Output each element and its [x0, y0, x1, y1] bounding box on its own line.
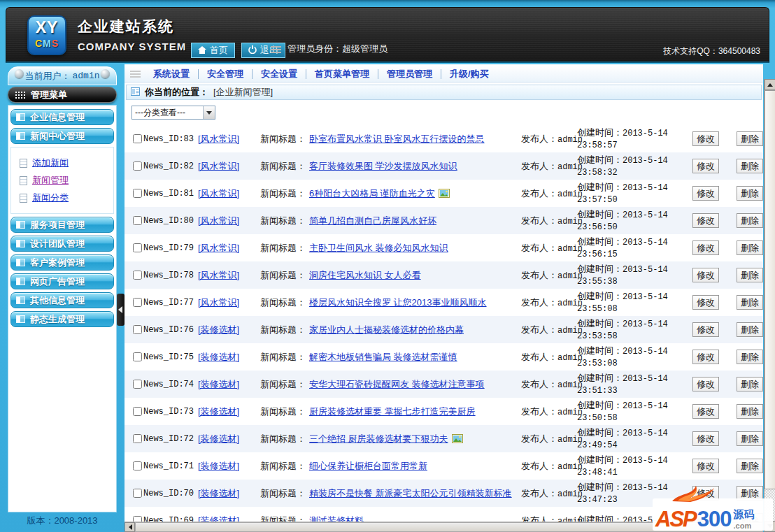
edit-button[interactable]: 修改 — [692, 377, 719, 391]
sidebar-item-services[interactable]: 服务项目管理 — [10, 217, 114, 233]
news-title-link[interactable]: 厨房装修选材重要 掌握七步打造完美厨房 — [309, 405, 476, 418]
news-title-link[interactable]: 卧室布置风水常识 卧室风水五行摆设的禁忌 — [309, 133, 485, 145]
delete-button[interactable]: 删除 — [737, 350, 763, 364]
created-cell: 创建时间：2013-5-14 23:53:08 — [577, 345, 692, 369]
delete-button[interactable]: 删除 — [737, 240, 763, 255]
row-checkbox[interactable] — [133, 434, 142, 443]
delete-button[interactable]: 删除 — [737, 268, 763, 282]
sidebar-item-customer-cases[interactable]: 客户案例管理 — [10, 254, 114, 271]
scroll-left-button[interactable] — [125, 522, 135, 532]
delete-button[interactable]: 删除 — [737, 186, 763, 201]
sidebar-item-design-team[interactable]: 设计团队管理 — [10, 236, 114, 252]
edit-button[interactable]: 修改 — [692, 322, 719, 337]
news-title-link[interactable]: 精装房不是快餐 新派豪宅太阳公元引领精装新标准 — [309, 487, 512, 500]
category-link[interactable]: [风水常识] — [198, 270, 239, 280]
category-link[interactable]: [装修选材] — [198, 433, 239, 444]
topmenu-security-settings[interactable]: 安全设置 — [253, 69, 306, 79]
category-link[interactable]: [装修选材] — [198, 352, 239, 362]
title-cell: 新闻标题： 解密木地板销售骗局 装修选材需谨慎 — [260, 351, 521, 364]
news-submenu: 添加新闻 新闻管理 新闻分类 — [10, 147, 114, 214]
window-icon — [16, 132, 25, 140]
row-checkbox[interactable] — [133, 352, 142, 361]
vertical-scrollbar-thumb[interactable] — [765, 90, 775, 489]
pin-icon — [15, 69, 24, 78]
row-checkbox[interactable] — [133, 461, 142, 470]
sidebar-item-web-ads[interactable]: 网页广告管理 — [10, 273, 114, 289]
publisher-cell: 发布人：admin — [521, 296, 577, 309]
news-title-link[interactable]: 三个绝招 厨房装修选材要下狠功夫 — [309, 433, 448, 445]
sidebar-item-static-generation[interactable]: 静态生成管理 — [10, 311, 114, 327]
news-title-link[interactable]: 楼层风水知识全搜罗 让您2013事业顺风顺水 — [309, 296, 487, 309]
created-time: 23:56:50 — [577, 222, 618, 232]
delete-button[interactable]: 删除 — [737, 159, 763, 173]
row-checkbox[interactable] — [133, 216, 142, 225]
edit-button[interactable]: 修改 — [692, 131, 719, 146]
row-checkbox[interactable] — [133, 161, 142, 171]
category-link[interactable]: [风水常识] — [198, 188, 239, 199]
edit-button[interactable]: 修改 — [692, 213, 719, 228]
news-title-link[interactable]: 6种阳台大凶格局 谨防血光之灾 — [309, 187, 435, 200]
news-title-link[interactable]: 客厅装修效果图 学沙发摆放风水知识 — [309, 160, 457, 173]
category-link[interactable]: [装修选材] — [198, 379, 239, 389]
row-checkbox[interactable] — [133, 407, 142, 416]
topmenu-security-manage[interactable]: 安全管理 — [199, 69, 253, 79]
created-cell: 创建时间：2013-5-14 23:50:58 — [577, 400, 692, 424]
category-link[interactable]: [风水常识] — [198, 134, 239, 144]
category-link[interactable]: [风水常识] — [198, 243, 239, 253]
edit-button[interactable]: 修改 — [692, 268, 719, 282]
delete-button[interactable]: 删除 — [737, 404, 763, 419]
category-link[interactable]: [装修选材] — [198, 488, 239, 498]
row-checkbox[interactable] — [133, 189, 142, 198]
topmenu-upgrade-buy[interactable]: 升级/购买 — [441, 69, 497, 79]
news-title-link[interactable]: 安华大理石瓷砖提醒网友 装修选材注意事项 — [309, 378, 485, 391]
home-button[interactable]: 首页 — [191, 43, 235, 58]
category-link[interactable]: [风水常识] — [198, 215, 239, 226]
edit-button[interactable]: 修改 — [692, 295, 719, 310]
news-title-link[interactable]: 洞房住宅风水知识 女人必看 — [309, 269, 421, 282]
edit-button[interactable]: 修改 — [692, 431, 719, 446]
edit-button[interactable]: 修改 — [692, 350, 719, 364]
delete-button[interactable]: 删除 — [737, 131, 763, 146]
news-title-link[interactable]: 主卧卫生间风水 装修必知风水知识 — [309, 242, 448, 254]
row-checkbox[interactable] — [133, 380, 142, 389]
sidebar-item-other-info[interactable]: 其他信息管理 — [10, 292, 114, 308]
news-title-link[interactable]: 家居业内人士揭秘装修选材的价格内幕 — [309, 324, 464, 336]
category-link[interactable]: [装修选材] — [198, 406, 239, 417]
topmenu-admin-manage[interactable]: 管理员管理 — [378, 69, 441, 79]
news-title-link[interactable]: 解密木地板销售骗局 装修选材需谨慎 — [309, 351, 457, 364]
delete-button[interactable]: 删除 — [737, 377, 763, 391]
category-link[interactable]: [装修选材] — [198, 461, 239, 471]
topmenu-system-settings[interactable]: 系统设置 — [145, 69, 199, 79]
delete-button[interactable]: 删除 — [737, 431, 763, 446]
created-label: 创建时间： — [577, 482, 623, 492]
row-checkbox[interactable] — [133, 325, 142, 334]
row-checkbox[interactable] — [133, 243, 142, 252]
edit-button[interactable]: 修改 — [692, 240, 719, 255]
category-cell: [装修选材] — [198, 405, 260, 418]
support-qq: 技术支持QQ：364500483 — [663, 45, 760, 57]
delete-button[interactable]: 删除 — [737, 295, 763, 310]
chevron-down-icon[interactable] — [203, 106, 215, 119]
sidebar-collapse-handle[interactable] — [117, 294, 125, 326]
delete-button[interactable]: 删除 — [737, 322, 763, 337]
delete-button[interactable]: 删除 — [737, 213, 763, 228]
category-link[interactable]: [风水常识] — [198, 297, 239, 308]
category-filter-select[interactable]: ---分类查看--- — [131, 106, 215, 120]
edit-button[interactable]: 修改 — [692, 186, 719, 201]
sidebar-item-company-info[interactable]: 企业信息管理 — [10, 109, 114, 125]
row-checkbox[interactable] — [133, 134, 142, 143]
news-title-link[interactable]: 细心保养让橱柜台面常用常新 — [309, 460, 427, 473]
news-title-link[interactable]: 简单几招自测自己房屋风水好坏 — [309, 215, 436, 227]
row-checkbox[interactable] — [133, 489, 142, 498]
scroll-up-button[interactable] — [765, 79, 775, 90]
topmenu-home-menu-manage[interactable]: 首页菜单管理 — [306, 69, 378, 79]
delete-button[interactable]: 删除 — [737, 459, 763, 473]
edit-button[interactable]: 修改 — [692, 159, 719, 173]
category-link[interactable]: [装修选材] — [198, 324, 239, 335]
row-checkbox[interactable] — [133, 298, 142, 307]
edit-button[interactable]: 修改 — [692, 459, 719, 473]
sidebar-item-news-center[interactable]: 新闻中心管理 — [10, 128, 114, 144]
row-checkbox[interactable] — [133, 271, 142, 280]
edit-button[interactable]: 修改 — [692, 404, 719, 419]
category-link[interactable]: [风水常识] — [198, 161, 239, 171]
